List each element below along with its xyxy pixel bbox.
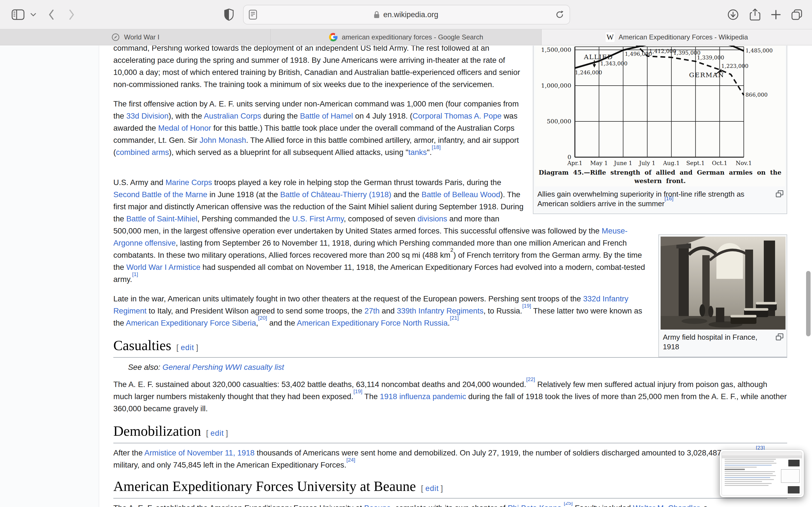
svg-text:1,500,000: 1,500,000 xyxy=(541,47,571,53)
mini-photo xyxy=(788,486,800,494)
footnote-ref[interactable]: [21] xyxy=(450,315,459,321)
svg-text:Diagram 45.—Rifle strength of: Diagram 45.—Rifle strength of allied and… xyxy=(539,169,781,176)
wiki-link[interactable]: Medal of Honor xyxy=(158,124,211,132)
screenshot-preview-thumbnail[interactable] xyxy=(720,450,804,497)
wiki-link[interactable]: Walter M. Chandler xyxy=(633,504,699,507)
wiki-link[interactable]: American Expeditionary Force Siberia xyxy=(126,319,256,327)
compass-icon xyxy=(111,33,120,42)
mini-photo xyxy=(788,460,800,466)
expand-icon[interactable] xyxy=(775,190,784,198)
footnote-ref[interactable]: [19] xyxy=(522,303,531,309)
forward-button[interactable] xyxy=(65,0,79,29)
caption-text: Army field hospital in France, 1918 xyxy=(663,333,757,351)
rifle-strength-chart[interactable]: Apr.1May 1June 1July 1Aug.1Sept.1Oct.1No… xyxy=(535,46,785,186)
rifle-strength-figure: Apr.1May 1June 1July 1Aug.1Sept.1Oct.1No… xyxy=(533,46,787,214)
chevron-left-icon xyxy=(48,9,55,20)
footnote-ref[interactable]: [18] xyxy=(432,144,441,150)
back-button[interactable] xyxy=(45,0,58,29)
wiki-link[interactable]: John Monash xyxy=(200,136,246,145)
sidebar-chevron-button[interactable] xyxy=(28,0,38,29)
svg-text:Apr.1: Apr.1 xyxy=(567,160,582,166)
svg-text:ALLIED: ALLIED xyxy=(583,53,613,61)
wiki-link[interactable]: Second Battle of the Marne xyxy=(113,190,207,199)
wikipedia-left-rail xyxy=(0,46,99,507)
wiki-link[interactable]: World War I Armistice xyxy=(126,263,200,272)
edit-link[interactable]: edit xyxy=(209,429,226,438)
wiki-link[interactable]: combined arms xyxy=(116,148,169,157)
svg-text:1,496,000: 1,496,000 xyxy=(625,51,652,57)
wiki-link[interactable]: Marine Corps xyxy=(165,178,212,187)
paragraph-university-line1: The A. E. F. established the American Ex… xyxy=(113,502,787,507)
wiki-link[interactable]: 33d Division xyxy=(126,112,168,120)
share-button[interactable] xyxy=(748,0,762,29)
wiki-link[interactable]: tanks xyxy=(408,148,427,157)
wiki-link[interactable]: General Pershing WWI casualty list xyxy=(162,363,284,372)
wiki-link[interactable]: Battle of Saint-Mihiel xyxy=(126,214,197,223)
svg-text:1,000,000: 1,000,000 xyxy=(541,82,571,89)
url-text: en.wikipedia.org xyxy=(383,10,438,19)
wiki-link[interactable]: 1918 influenza pandemic xyxy=(380,392,466,401)
footnote-ref[interactable]: [22] xyxy=(526,376,535,382)
footnote-ref[interactable]: [24] xyxy=(346,457,355,463)
svg-text:July 1: July 1 xyxy=(639,160,656,166)
address-bar[interactable]: en.wikipedia.org xyxy=(243,5,570,24)
tab-american-expeditionary-forces[interactable]: W American Expeditionary Forces - Wikipe… xyxy=(542,29,812,45)
section-heading-university: American Expeditionary Forces University… xyxy=(113,478,787,499)
field-hospital-photo[interactable] xyxy=(661,237,785,330)
tab-label: american expeditionary forces - Google S… xyxy=(342,33,483,41)
section-heading-demobilization: Demobilization[edit] xyxy=(113,423,787,443)
tab-overview-button[interactable] xyxy=(790,0,804,29)
mini-chart xyxy=(781,469,800,483)
lock-icon xyxy=(373,11,380,18)
wiki-link[interactable]: American Expeditionary Force North Russi… xyxy=(297,319,448,327)
svg-text:Nov.1: Nov.1 xyxy=(735,160,752,166)
svg-text:1,339,000: 1,339,000 xyxy=(697,54,724,61)
address-bar-text: en.wikipedia.org xyxy=(257,10,555,19)
wiki-link[interactable]: Phi Beta Kappa xyxy=(508,504,562,507)
footnote-ref[interactable]: [25] xyxy=(564,502,573,506)
wiki-link[interactable]: Battle of Hamel xyxy=(300,112,353,120)
wiki-link[interactable]: Corporal Thomas A. Pope xyxy=(412,112,502,120)
privacy-report-button[interactable] xyxy=(221,0,236,29)
expand-icon[interactable] xyxy=(775,333,784,341)
wiki-link[interactable]: U.S. First Army xyxy=(292,214,344,223)
edit-link[interactable]: edit xyxy=(179,343,196,352)
wiki-link[interactable]: 27th xyxy=(364,306,380,315)
wiki-link[interactable]: 339th Infantry Regiments xyxy=(397,306,483,315)
footnote-ref[interactable]: [19] xyxy=(353,388,362,394)
tab-world-war-i[interactable]: World War I xyxy=(0,29,271,45)
sidebar-toggle-button[interactable] xyxy=(10,0,26,29)
screenshot-preview-content xyxy=(721,452,802,496)
mini-tab-bar xyxy=(722,456,802,458)
tabs-icon xyxy=(791,8,803,21)
field-hospital-figure: Army field hospital in France, 1918 xyxy=(658,234,787,357)
wiki-link[interactable]: Australian Corps xyxy=(204,112,261,120)
article-body: Apr.1May 1June 1July 1Aug.1Sept.1Oct.1No… xyxy=(113,46,787,507)
footnote-ref[interactable]: [16] xyxy=(665,195,673,202)
svg-text:1,246,000: 1,246,000 xyxy=(575,69,602,75)
wiki-link[interactable]: divisions xyxy=(417,214,447,223)
wiki-link[interactable]: Battle of Belleau Wood xyxy=(421,190,500,199)
svg-text:May 1: May 1 xyxy=(590,160,608,166)
shield-icon xyxy=(224,8,234,21)
wiki-link[interactable]: Battle of Château-Thierry (1918) xyxy=(280,190,391,199)
superscript: 2 xyxy=(450,247,453,253)
new-tab-button[interactable] xyxy=(769,0,783,29)
tab-google-search[interactable]: american expeditionary forces - Google S… xyxy=(271,29,541,45)
wikipedia-icon: W xyxy=(606,33,615,42)
svg-text:June 1: June 1 xyxy=(613,160,632,166)
wiki-link[interactable]: Beaune xyxy=(364,504,391,507)
reader-view-icon[interactable] xyxy=(249,10,257,20)
scrollbar-thumb[interactable] xyxy=(806,271,811,336)
footnote-ref[interactable]: [20] xyxy=(258,315,267,321)
rifle-strength-caption: Allies gain overwhelming superiority in … xyxy=(535,186,785,212)
caption-text: Allies gain overwhelming superiority in … xyxy=(538,190,744,208)
svg-text:western front.: western front. xyxy=(634,177,686,184)
wiki-link[interactable]: Armistice of November 11, 1918 xyxy=(144,448,255,457)
paragraph-casualties: The A. E. F. sustained about 320,000 cas… xyxy=(113,378,787,414)
footnote-ref[interactable]: [1] xyxy=(132,271,138,277)
downloads-button[interactable] xyxy=(726,0,740,29)
reload-icon[interactable] xyxy=(555,10,564,19)
edit-link[interactable]: edit xyxy=(423,484,441,493)
svg-text:1,343,000: 1,343,000 xyxy=(600,60,627,66)
